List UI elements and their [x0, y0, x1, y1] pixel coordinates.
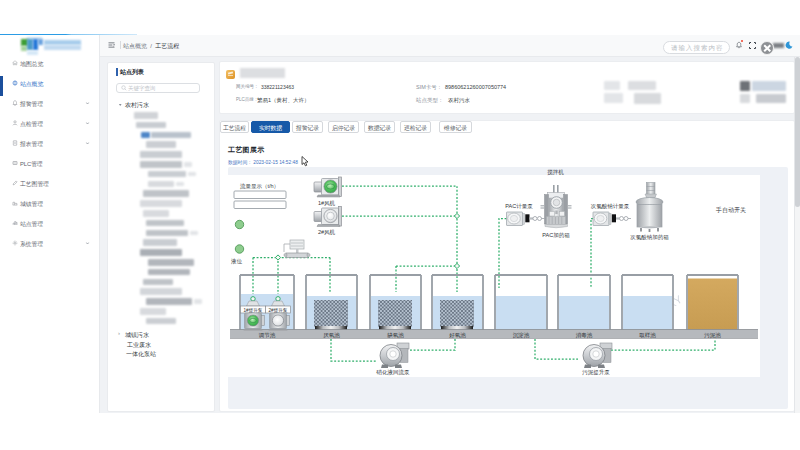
svg-text:次氯酸钠加药箱: 次氯酸钠加药箱	[630, 234, 669, 241]
svg-text:1#风机: 1#风机	[318, 200, 336, 207]
svg-text:PAC计量泵: PAC计量泵	[505, 203, 533, 209]
svg-text:污泥池: 污泥池	[704, 332, 721, 339]
svg-text:硝化液回流泵: 硝化液回流泵	[376, 369, 411, 376]
svg-text:液位: 液位	[231, 258, 243, 265]
svg-text:调节池: 调节池	[258, 332, 276, 339]
svg-text:厌氧池: 厌氧池	[323, 332, 340, 339]
svg-text:次氯酸钠计量泵: 次氯酸钠计量泵	[591, 203, 630, 210]
svg-text:污泥提升泵: 污泥提升泵	[582, 369, 610, 376]
svg-text:手自动开关: 手自动开关	[715, 206, 746, 214]
svg-text:PAC加药箱: PAC加药箱	[542, 232, 570, 239]
svg-text:1#提升泵: 1#提升泵	[244, 307, 263, 314]
svg-text:取样池: 取样池	[639, 332, 656, 339]
svg-text:沉淀池: 沉淀池	[513, 332, 530, 339]
svg-text:好氧池: 好氧池	[448, 332, 466, 339]
svg-text:搅拌机: 搅拌机	[547, 169, 564, 176]
svg-text:缺氧池: 缺氧池	[387, 332, 404, 339]
svg-text:流量显示（t/h）: 流量显示（t/h）	[240, 183, 279, 190]
svg-text:消毒池: 消毒池	[576, 332, 593, 339]
svg-text:2#风机: 2#风机	[318, 229, 336, 236]
svg-text:2#提升泵: 2#提升泵	[269, 307, 288, 314]
